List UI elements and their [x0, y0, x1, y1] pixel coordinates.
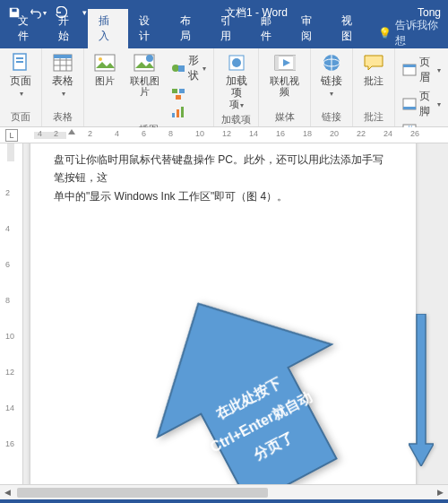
- scroll-thumb[interactable]: [17, 488, 268, 498]
- vertical-ruler[interactable]: 2 4 6 8 10 12 14 16: [0, 143, 23, 484]
- chart-icon: [171, 105, 185, 119]
- scroll-left-icon[interactable]: ◀: [0, 486, 15, 499]
- shapes-icon: [171, 61, 185, 75]
- scroll-track[interactable]: [15, 486, 433, 499]
- bulb-icon: 💡: [378, 27, 392, 39]
- svg-rect-18: [172, 113, 175, 117]
- ruler-num: 2: [54, 129, 58, 138]
- footer-icon: [402, 97, 417, 111]
- header-icon: [402, 63, 417, 77]
- horizontal-scrollbar[interactable]: ◀ ▶: [0, 484, 448, 499]
- online-picture-icon: [134, 52, 155, 74]
- table-button[interactable]: 表格▾: [46, 50, 80, 100]
- shapes-label: 形状: [188, 53, 199, 83]
- smartart-button[interactable]: [169, 86, 208, 102]
- smartart-icon: [171, 87, 185, 101]
- body-paragraph[interactable]: 单中的"显示 Windows Ink 工作区"即可（图 4）。: [54, 187, 392, 205]
- video-icon: [274, 52, 296, 74]
- svg-rect-32: [403, 107, 416, 109]
- ruler-num: 2: [88, 129, 92, 138]
- svg-point-22: [232, 58, 241, 67]
- page-button[interactable]: 页面▾: [4, 50, 38, 100]
- group-label-page: 页面: [4, 109, 38, 125]
- table-label: 表格: [52, 74, 73, 87]
- addin-label: 加载项: [226, 74, 247, 99]
- svg-rect-25: [293, 56, 296, 70]
- page-viewport[interactable]: 盘可让你临时用鼠标代替键盘操作 PC。此外，还可以用此法添加手写笔按钮，这 单中…: [23, 143, 448, 484]
- group-label-link: 链接: [314, 109, 349, 125]
- ruler-num: 8: [168, 129, 173, 138]
- video-button[interactable]: 联机视频: [263, 50, 306, 99]
- tab-review[interactable]: 审阅: [290, 9, 331, 48]
- status-bar: 第 1 页，共 2 页 1013 个字 区 中文(中国): [0, 499, 448, 503]
- ruler-num: 4: [38, 129, 42, 138]
- ruler-num: 4: [115, 129, 119, 138]
- comment-icon: [363, 52, 384, 74]
- svg-rect-2: [16, 61, 23, 63]
- tab-references[interactable]: 引用: [210, 9, 250, 48]
- svg-rect-20: [181, 107, 184, 117]
- svg-rect-8: [54, 55, 72, 58]
- footer-label: 页脚: [419, 89, 434, 119]
- online-picture-label: 联机图片: [129, 75, 160, 97]
- body-paragraph[interactable]: 盘可让你临时用鼠标代替键盘操作 PC。此外，还可以用此法添加手写笔按钮，这: [54, 151, 392, 187]
- ribbon-tabs: 文件 开始 插入 设计 布局 引用 邮件 审阅 视图 💡 告诉我你想: [0, 25, 448, 48]
- svg-rect-30: [403, 65, 416, 67]
- svg-rect-16: [179, 89, 185, 93]
- svg-rect-9: [95, 55, 115, 71]
- chart-button[interactable]: [169, 104, 208, 120]
- ruler-num: 14: [249, 129, 258, 138]
- ruler-num: 6: [142, 129, 146, 138]
- tab-insert[interactable]: 插入: [88, 9, 128, 48]
- video-label: 联机视频: [268, 75, 300, 97]
- ruler-num: 22: [357, 129, 366, 138]
- header-label: 页眉: [419, 55, 434, 85]
- page-label: 页面: [10, 74, 31, 87]
- ruler-num: 20: [330, 129, 339, 138]
- ruler-num: 26: [410, 129, 419, 138]
- tab-selector[interactable]: L: [5, 129, 18, 142]
- link-label: 链接: [321, 74, 342, 87]
- svg-rect-1: [16, 57, 23, 59]
- ruler-num: 18: [303, 129, 312, 138]
- ruler-num: 12: [222, 129, 231, 138]
- tab-mail[interactable]: 邮件: [250, 9, 290, 48]
- svg-rect-15: [172, 89, 177, 93]
- ruler-num: 24: [383, 129, 392, 138]
- ribbon: 页面▾ 页面 表格▾ 表格 图片 联机图片: [0, 48, 448, 127]
- picture-button[interactable]: 图片: [88, 50, 122, 88]
- online-picture-button[interactable]: 联机图片: [124, 50, 166, 99]
- tell-me-label: 告诉我你想: [395, 18, 441, 48]
- link-button[interactable]: 链接▾: [314, 50, 349, 100]
- user-name: Tong: [418, 6, 444, 19]
- tab-layout[interactable]: 布局: [169, 9, 210, 48]
- svg-rect-24: [275, 56, 279, 70]
- addin-button[interactable]: 加载项项▾: [218, 50, 255, 112]
- tab-file[interactable]: 文件: [7, 9, 47, 48]
- scroll-right-icon[interactable]: ▶: [433, 486, 448, 499]
- comment-label: 批注: [364, 75, 383, 86]
- group-label-table: 表格: [46, 109, 80, 125]
- picture-label: 图片: [95, 75, 115, 86]
- horizontal-ruler[interactable]: L 4 2 2 4 6 8 10 12 14 16 18 20 22 24 26: [0, 127, 448, 143]
- svg-point-13: [172, 65, 179, 72]
- link-icon: [321, 52, 342, 74]
- table-icon: [52, 52, 73, 74]
- header-button[interactable]: 页眉▾: [401, 54, 443, 86]
- footer-button[interactable]: 页脚▾: [401, 88, 443, 120]
- tell-me-search[interactable]: 💡 告诉我你想: [371, 18, 448, 48]
- svg-rect-19: [177, 109, 179, 117]
- group-label-addin: 加载项: [218, 112, 255, 127]
- comment-button[interactable]: 批注: [357, 50, 391, 88]
- ruler-num: 16: [276, 129, 285, 138]
- tab-design[interactable]: 设计: [128, 9, 168, 48]
- ruler-num: 10: [195, 129, 204, 138]
- tab-view[interactable]: 视图: [331, 9, 371, 48]
- svg-rect-17: [176, 95, 181, 100]
- svg-point-10: [99, 57, 102, 61]
- tab-home[interactable]: 开始: [47, 9, 88, 48]
- down-arrow-shape[interactable]: [409, 314, 434, 469]
- shapes-button[interactable]: 形状▾: [169, 52, 208, 84]
- picture-icon: [94, 52, 116, 74]
- page-icon: [10, 52, 31, 74]
